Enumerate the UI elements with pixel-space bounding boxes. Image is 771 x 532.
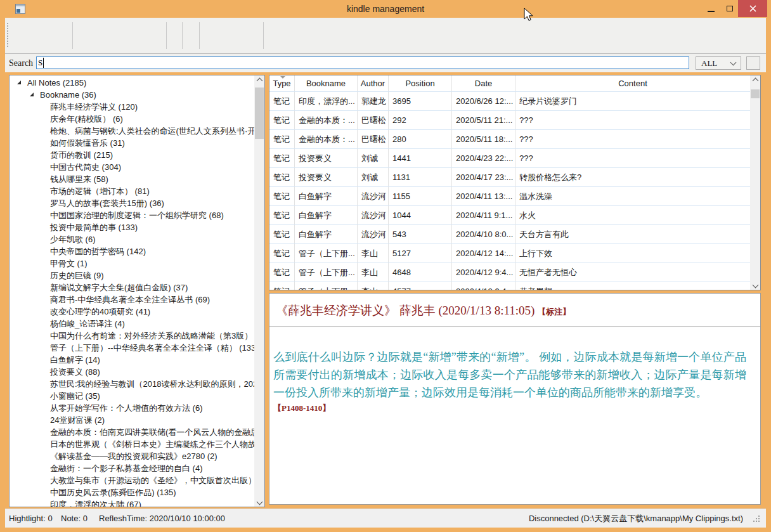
scroll-up-button[interactable]	[254, 75, 264, 86]
tree-item-book[interactable]: 历史的巨镜 (9)	[10, 269, 254, 282]
tree-item-all-notes[interactable]: All Notes (2185)	[10, 77, 254, 89]
table-row[interactable]: 笔记白鱼解字流沙河10442020/4/11 9:1...水火	[269, 206, 750, 225]
tree-item-book[interactable]: 金融街：一个影子私募基金经理的自白 (4)	[10, 462, 254, 474]
tree-item-label: 从零开始学写作：个人增值的有效方法 (6)	[10, 402, 203, 414]
table-row[interactable]: 笔记白鱼解字流沙河5432020/4/10 8:0...天台方言有此	[269, 225, 750, 244]
close-button[interactable]	[738, 0, 767, 17]
filter-dropdown-value: ALL	[701, 57, 717, 69]
status-note-count: Note: 0	[61, 509, 87, 528]
table-row[interactable]: 笔记管子（上下册...李山51272020/4/12 14:...上行下效	[269, 244, 750, 263]
column-header-date[interactable]: Date	[452, 75, 515, 91]
table-cell-type: 笔记	[269, 244, 295, 263]
scroll-up-button[interactable]	[750, 75, 760, 86]
tree-item-book[interactable]: 中国为什么有前途：对外经济关系的战略潜能（第3版） (...	[10, 330, 254, 342]
tree-expand-icon[interactable]	[30, 93, 34, 96]
tree-item-book[interactable]: 中国国家治理的制度逻辑：一个组织学研究 (68)	[10, 209, 254, 221]
tree-item-book[interactable]: 商君书-中华经典名著全本全注全译丛书 (69)	[10, 294, 254, 306]
table-row[interactable]: 笔记投资要义刘诚11312020/4/17 23:...转股价格怎么来?	[269, 168, 750, 187]
table-row[interactable]: 笔记管子（上下册...李山46482020/4/12 9:4...无恒产者无恒心	[269, 263, 750, 282]
app-window: kindle management Search ALL	[0, 0, 771, 532]
table-cell-type: 笔记	[269, 225, 295, 243]
tree-item-book[interactable]: 投资中最简单的事 (133)	[10, 221, 254, 233]
table-row[interactable]: 笔记投资要义刘诚14412020/4/23 22:...???	[269, 149, 750, 168]
table-cell-bookname: 金融的本质：...	[295, 111, 358, 129]
table-row[interactable]: 笔记管子（上下册...李山45772020/4/12 9:4...黄老思想	[269, 282, 750, 290]
tree-item-book[interactable]: 钱从哪里来 (58)	[10, 173, 254, 185]
minimize-button[interactable]	[701, 0, 720, 17]
table-row[interactable]: 笔记白鱼解字流沙河11552020/4/11 13:...温水洗澡	[269, 187, 750, 206]
tree-item-label: 投资要义 (88)	[10, 366, 100, 378]
table-cell-type: 笔记	[269, 263, 295, 282]
tree-item-book[interactable]: 金融的本质：伯南克四讲美联储(看一个风云人物的金融思...	[10, 426, 254, 438]
tree-item-book[interactable]: 小窗幽记 (35)	[10, 390, 254, 402]
table-cell-author: 流沙河	[358, 225, 389, 243]
tree-item-book[interactable]: 中国古代简史 (304)	[10, 161, 254, 173]
table-cell-author: 郭建龙	[358, 92, 389, 110]
table-cell-date: 2020/4/12 9:4...	[452, 263, 515, 282]
table-cell-bookname: 白鱼解字	[295, 225, 358, 243]
tree-expand-icon[interactable]	[17, 81, 21, 84]
tree-item-book[interactable]: 从零开始学写作：个人增值的有效方法 (6)	[10, 402, 254, 414]
table-row[interactable]: 笔记印度，漂浮的...郭建龙36952020/6/26 12:...纪录片说婆罗…	[269, 92, 750, 111]
resize-grip[interactable]	[753, 516, 761, 523]
tree-item-book[interactable]: 市场的逻辑（增订本） (81)	[10, 185, 254, 197]
table-cell-type: 笔记	[269, 168, 295, 186]
column-header-author[interactable]: Author	[358, 75, 389, 91]
tree-item-book[interactable]: 大教堂与集市（开源运动的《圣经》，中文版首次出版） ...	[10, 474, 254, 486]
tree-item-book[interactable]: 杨伯峻_论语译注 (4)	[10, 318, 254, 330]
table-cell-position: 280	[389, 130, 452, 148]
table-row[interactable]: 笔记金融的本质：...巴曙松2802020/5/11 18:...???	[269, 130, 750, 149]
table-row[interactable]: 笔记金融的本质：...巴曙松2922020/5/11 21:...???	[269, 111, 750, 130]
scroll-down-button[interactable]	[750, 280, 760, 290]
tree-item-label: 杨伯峻_论语译注 (4)	[10, 318, 125, 330]
tree-item-book[interactable]: 印度，漂浮的次大陆 (67)	[10, 498, 254, 507]
scroll-down-button[interactable]	[254, 496, 264, 507]
tree-item-book[interactable]: 《解读基金——我的投资观和实践》e2780 (2)	[10, 450, 254, 462]
column-header-content[interactable]: Content	[515, 75, 750, 91]
tree-item-book[interactable]: 庆余年(精校版） (6)	[10, 113, 254, 125]
tree-item-book[interactable]: 日本的世界观（《剑桥日本史》主编凝练之作三个人物故...	[10, 438, 254, 450]
tree-item-book[interactable]: 新编说文解字大全集(超值白金版) (37)	[10, 282, 254, 294]
tree-item-label: 苏世民:我的经验与教训（2018读桥水达利欧的原则，202...	[10, 378, 254, 390]
tree-item-label: 薛兆丰经济学讲义 (120)	[10, 101, 138, 113]
table-cell-type: 笔记	[269, 206, 295, 224]
table-cell-content: 上行下效	[515, 244, 750, 263]
tree-item-book[interactable]: 投资要义 (88)	[10, 366, 254, 378]
tree-item-book[interactable]: 管子（上下册）--中华经典名著全本全注全译（精） (133)	[10, 342, 254, 354]
tree-item-bookname-group[interactable]: Bookname (36)	[10, 89, 254, 101]
scroll-thumb[interactable]	[255, 88, 264, 139]
tree-item-book[interactable]: 苏世民:我的经验与教训（2018读桥水达利欧的原则，202...	[10, 378, 254, 390]
column-header-position[interactable]: Position	[389, 75, 452, 91]
title-bar[interactable]: kindle management	[0, 0, 771, 18]
detail-divider	[269, 327, 760, 327]
tree-item-book[interactable]: 24堂财富课 (2)	[10, 414, 254, 426]
tree-item-book[interactable]: 白鱼解字 (14)	[10, 354, 254, 366]
search-extra-button[interactable]	[746, 56, 760, 70]
filter-dropdown[interactable]: ALL	[696, 56, 741, 70]
column-header-type[interactable]: Type	[269, 75, 295, 91]
table-cell-content: 天台方言有此	[515, 225, 750, 243]
status-highlight-count: Hightlight: 0	[9, 509, 53, 528]
tree-item-book[interactable]: 改变心理学的40项研究 (41)	[10, 306, 254, 318]
chevron-down-icon	[730, 60, 737, 66]
toolbar-separator	[72, 22, 73, 49]
column-header-bookname[interactable]: Bookname	[295, 75, 358, 91]
tree-item-book[interactable]: 薛兆丰经济学讲义 (120)	[10, 101, 254, 113]
scroll-thumb[interactable]	[751, 89, 760, 98]
tree-item-book[interactable]: 如何假装懂音乐 (31)	[10, 137, 254, 149]
maximize-button[interactable]	[720, 0, 739, 17]
tree-item-book[interactable]: 枪炮、病菌与钢铁:人类社会的命运(世纪人文系列丛书·开...	[10, 125, 254, 137]
tree-item-book[interactable]: 少年凯歌 (6)	[10, 233, 254, 245]
tree-item-book[interactable]: 中央帝国的哲学密码 (142)	[10, 245, 254, 257]
tree-item-book[interactable]: 中国历史风云录(陈舜臣作品) (135)	[10, 486, 254, 498]
tree-item-book[interactable]: 罗马人的故事(套装共15册) (36)	[10, 197, 254, 209]
table-cell-content: 温水洗澡	[515, 187, 750, 205]
table-cell-content: 转股价格怎么来?	[515, 168, 750, 186]
search-input[interactable]	[36, 56, 689, 69]
tree-scrollbar[interactable]	[254, 75, 264, 507]
detail-title: 《薛兆丰经济学讲义》 薛兆丰 (2020/1/13 8:11:05) 【标注】	[276, 302, 754, 319]
toolbar-grip-handle[interactable]	[7, 23, 8, 48]
tree-item-book[interactable]: 货币的教训 (215)	[10, 149, 254, 161]
tree-item-book[interactable]: 甲骨文 (1)	[10, 257, 254, 269]
table-scrollbar[interactable]	[750, 75, 760, 290]
